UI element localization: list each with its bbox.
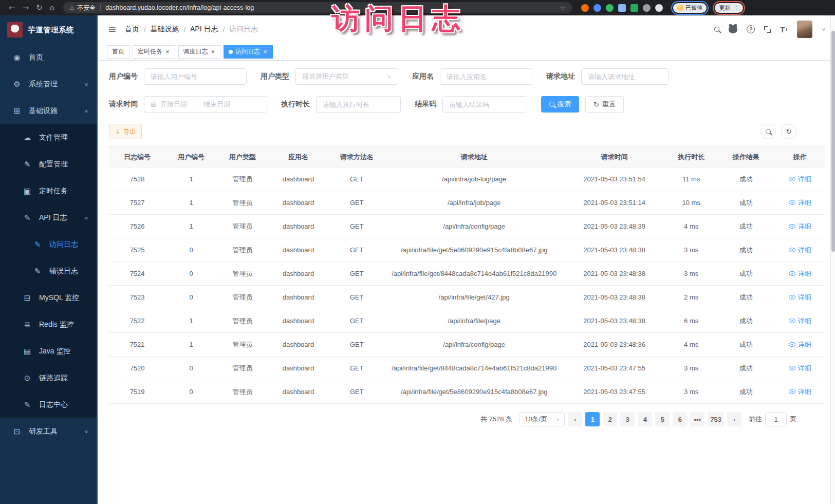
cell-user-id: 0 [165,286,217,309]
detail-link[interactable]: 详细 [789,221,811,231]
detail-link[interactable]: 详细 [789,316,811,326]
filter-duration: 执行时长 [281,96,401,113]
detail-link[interactable]: 详细 [789,174,811,184]
home-icon[interactable]: ⌂ [50,3,55,12]
tab-label: 定时任务 [138,47,162,56]
extension-translate-icon[interactable] [630,4,638,12]
breadcrumb-item[interactable]: API 日志 [190,25,218,34]
page-button-2[interactable]: 2 [603,412,617,426]
request-time-range-picker[interactable]: ⊞ 开始日期 - 结束日期 [144,96,267,113]
breadcrumb-item[interactable]: 基础设施 [150,25,179,34]
export-button[interactable]: ↓ 导出 [109,124,142,139]
tab-job[interactable]: 定时任务× [133,45,175,59]
page-button-6[interactable]: 6 [673,412,687,426]
filter-row-1: 用户编号 用户类型 请选择用户类型 ∨ 应用名 请求地址 [109,68,825,85]
sidebar-item-home[interactable]: ◉首页 [0,44,97,71]
next-page-button[interactable]: › [727,412,741,426]
cell-action: 详细 [775,238,825,262]
font-size-icon[interactable]: TT [780,26,788,33]
github-icon[interactable] [729,25,737,33]
sidebar-item-config[interactable]: ✎配置管理 [0,151,97,178]
security-label[interactable]: 不安全 [77,4,96,12]
extension-paw-icon[interactable] [655,4,663,12]
refresh-table-button[interactable]: ↻ [781,124,796,139]
close-icon[interactable]: × [263,48,268,55]
detail-link[interactable]: 详细 [789,198,811,208]
search-button[interactable]: 搜索 [541,96,579,113]
extension-green-icon[interactable] [606,4,614,12]
extension-person-icon[interactable] [643,4,651,12]
user-id-input[interactable] [144,68,247,85]
sidebar-item-dev-tools[interactable]: ⊡研发工具∨ [0,418,97,445]
sidebar-item-system[interactable]: ⚙系统管理∨ [0,71,97,98]
cell-user-type: 管理员 [217,191,268,215]
prev-page-button[interactable]: ‹ [568,412,582,426]
page-size-select[interactable]: 10条/页 ∨ [519,412,565,426]
page-button-4[interactable]: 4 [638,412,652,426]
tab-home[interactable]: 首页 [107,45,129,59]
tab-access-log[interactable]: 访问日志× [224,45,273,59]
goto-page-input[interactable] [765,412,787,426]
user-type-select[interactable]: 请选择用户类型 ∨ [295,68,398,85]
scrollbar[interactable] [830,15,835,504]
eye-icon [789,248,795,252]
update-button[interactable]: 更新 ⋮ [715,3,743,13]
app-name-input[interactable] [440,68,532,85]
browser-menu-icon[interactable]: ⋮ [733,5,739,11]
page-button-3[interactable]: 3 [620,412,635,426]
chevron-down-icon[interactable]: ∨ [822,27,826,32]
close-icon[interactable]: × [165,48,170,55]
cell-id: 7522 [109,309,165,333]
bookmark-star-icon[interactable]: ☆ [560,4,566,12]
sidebar-item-access-log[interactable]: ✎访问日志 [0,231,97,258]
sidebar-item-infra[interactable]: ⊞基础设施∧ [0,98,97,124]
detail-link[interactable]: 详细 [789,292,811,302]
extension-puzzle-icon[interactable] [618,4,626,12]
address-bar[interactable]: ⚠ 不安全 dashboard.yudao.iocoder.cn/infra/l… [63,2,572,13]
reload-icon[interactable]: ↻ [36,3,43,12]
avatar[interactable] [797,21,812,38]
detail-link[interactable]: 详细 [789,363,811,373]
result-code-input[interactable] [442,96,527,113]
hamburger-icon[interactable]: ≡ [108,23,117,35]
sidebar-item-log-center[interactable]: ✎日志中心 [0,391,97,418]
search-icon[interactable] [714,27,719,32]
sidebar-item-label: 定时任务 [39,186,68,196]
scrollbar-thumb[interactable] [831,31,835,252]
help-icon[interactable]: ? [747,25,755,33]
reset-button[interactable]: ↻ 重置 [585,96,624,113]
sync-paused-badge[interactable]: 已暂停 [673,3,707,13]
sidebar-item-trace[interactable]: ⊙链路追踪 [0,365,97,391]
toggle-search-button[interactable] [760,124,776,139]
extension-shield-icon[interactable] [593,4,601,12]
duration-input[interactable] [316,96,401,113]
eye-icon [789,366,795,370]
cell-duration: 4 ms [665,333,717,357]
fullscreen-icon[interactable] [764,26,771,33]
pager-more[interactable]: ••• [690,412,704,426]
sidebar-item-file[interactable]: ☁文件管理 [0,124,97,151]
detail-link[interactable]: 详细 [789,387,811,397]
sidebar-item-mysql[interactable]: ⊟MySQL 监控 [0,285,97,311]
sidebar-item-error-log[interactable]: ✎错误日志 [0,258,97,285]
page-button-5[interactable]: 5 [655,412,670,426]
url-text[interactable]: dashboard.yudao.iocoder.cn/infra/log/api… [105,4,254,11]
sidebar-item-api-log[interactable]: ✎API 日志∧ [0,204,97,231]
sidebar-item-job[interactable]: ▣定时任务 [0,178,97,204]
page-button-1[interactable]: 1 [585,412,600,426]
page-button-753[interactable]: 753 [708,412,724,426]
back-icon[interactable]: ← [9,3,15,12]
close-icon[interactable]: × [211,48,216,55]
forward-icon[interactable]: → [23,3,29,12]
tab-job-log[interactable]: 调度日志× [178,45,221,59]
sidebar-item-java[interactable]: ▤Java 监控 [0,338,97,365]
detail-link[interactable]: 详细 [789,340,811,349]
cell-action: 详细 [775,333,825,357]
detail-link[interactable]: 详细 [789,245,811,255]
extension-orange-icon[interactable] [581,4,589,12]
sidebar-item-redis[interactable]: ≣Redis 监控 [0,311,97,338]
breadcrumb-item[interactable]: 首页 [125,25,139,34]
cell-time: 2021-05-03 23:48:36 [563,333,665,357]
detail-link[interactable]: 详细 [789,269,811,278]
request-url-input[interactable] [581,68,669,85]
